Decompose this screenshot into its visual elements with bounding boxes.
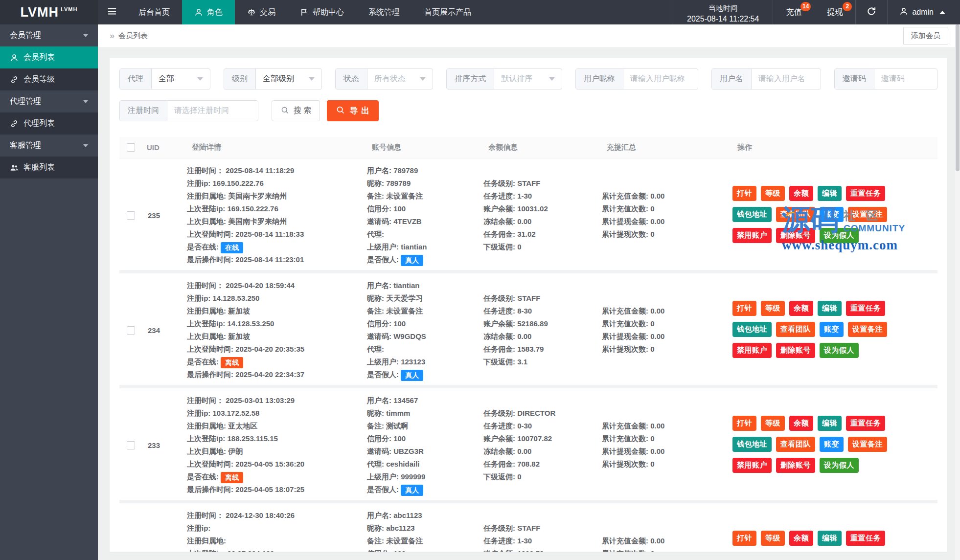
action-button[interactable]: 禁用账户	[732, 343, 772, 358]
action-button[interactable]: 编辑	[818, 416, 842, 431]
sidebar-group-member-management[interactable]: 会员管理	[0, 24, 98, 46]
action-button[interactable]: 设置备注	[848, 437, 887, 452]
action-button[interactable]: 删除账号	[776, 458, 815, 473]
action-button[interactable]: 查看团队	[776, 437, 815, 452]
action-button[interactable]: 钱包地址	[732, 207, 772, 222]
field-reg_ip: 注册ip: 103.172.52.58	[187, 407, 367, 420]
action-button[interactable]: 编辑	[818, 531, 842, 546]
nav-item-system[interactable]: 系统管理	[356, 0, 412, 24]
member-list-card: 代理全部级别全部级别状态所有状态排序方式默认排序用户昵称请输入用户昵称用户名请输…	[110, 58, 947, 552]
filter-level-select[interactable]: 全部级别	[256, 69, 321, 89]
nav-item-home-products[interactable]: 首页展示产品	[412, 0, 483, 24]
user-menu[interactable]: admin	[888, 0, 960, 24]
field-last_loc: 上次归属地: 美国南卡罗来纳州	[187, 215, 367, 228]
action-button[interactable]: 设置备注	[848, 322, 887, 337]
action-button[interactable]: 等级	[761, 186, 785, 201]
field-level: 任务级别: STAFF	[483, 177, 602, 190]
hamburger-icon	[107, 6, 117, 19]
select-all-checkbox[interactable]	[127, 143, 135, 152]
action-button[interactable]: 打针	[732, 416, 756, 431]
filter-agent-select[interactable]: 全部	[152, 69, 210, 89]
login-details: 注册时间： 2025-04-20 18:59:44注册ip: 14.128.53…	[187, 279, 367, 381]
filter-status: 状态所有状态	[335, 68, 434, 90]
action-button[interactable]: 编辑	[818, 301, 842, 316]
action-button[interactable]: 余额	[789, 301, 813, 316]
filter-invite-code-input[interactable]: 邀请码	[874, 69, 937, 89]
filter-agent: 代理全部	[119, 68, 210, 90]
filter-status-select[interactable]: 所有状态	[367, 69, 433, 89]
sidebar-item-member-level[interactable]: 会员等级	[0, 68, 98, 90]
sidebar-toggle-button[interactable]	[98, 0, 126, 24]
scrollbar[interactable]	[955, 24, 960, 560]
nav-item-trade[interactable]: 交易	[235, 0, 288, 24]
sidebar-item-support-list[interactable]: 客服列表	[0, 157, 98, 179]
sidebar-item-agent-list[interactable]: 代理列表	[0, 112, 98, 134]
sidebar-item-label: 会员等级	[23, 74, 55, 85]
field-reg_ip: 注册ip: 169.150.222.76	[187, 177, 367, 190]
nav-item-label: 交易	[260, 7, 275, 18]
nav-item-roles[interactable]: 角色	[182, 0, 235, 24]
filter-reg-time-label: 注册时间	[120, 101, 167, 121]
field-progress: 任务进度: 1-30	[483, 535, 602, 547]
action-button[interactable]: 打针	[732, 301, 756, 316]
withdraw-button[interactable]: 提现 2	[814, 0, 855, 24]
field-invite: 邀请码: W9GDQS	[367, 330, 483, 343]
action-button[interactable]: 禁用账户	[732, 458, 772, 473]
field-frozen: 冻结余额: 0.00	[483, 445, 602, 458]
action-button[interactable]: 等级	[761, 531, 785, 546]
action-button[interactable]: 重置任务	[846, 186, 885, 201]
filter-sort: 排序方式默认排序	[446, 68, 562, 90]
status-badge: 真人	[401, 485, 423, 496]
filter-status-label: 状态	[336, 69, 367, 89]
action-button[interactable]: 余额	[789, 531, 813, 546]
row-checkbox[interactable]	[127, 211, 135, 220]
filter-row-2: 注册时间 请选择注册时间 搜 索 导 出	[119, 100, 937, 121]
refresh-button[interactable]	[855, 0, 888, 24]
action-button[interactable]: 钱包地址	[732, 437, 772, 452]
action-button[interactable]: 禁用账户	[732, 228, 772, 243]
action-button[interactable]: 查看团队	[776, 322, 815, 337]
action-button[interactable]: 重置任务	[846, 301, 885, 316]
nav-item-help-center[interactable]: 帮助中心	[288, 0, 356, 24]
action-button[interactable]: 余额	[789, 416, 813, 431]
nav-item-dashboard[interactable]: 后台首页	[126, 0, 182, 24]
row-checkbox[interactable]	[127, 326, 135, 335]
filter-sort-label: 排序方式	[447, 69, 494, 89]
action-button[interactable]: 编辑	[818, 186, 842, 201]
sidebar-item-member-list[interactable]: 会员列表	[0, 46, 98, 68]
recharge-button[interactable]: 充值 14	[773, 0, 814, 24]
action-button[interactable]: 钱包地址	[732, 322, 772, 337]
filter-nickname-input[interactable]: 请输入用户昵称	[623, 69, 698, 89]
action-button[interactable]: 账变	[820, 322, 844, 337]
sidebar-group-agent-management[interactable]: 代理管理	[0, 90, 98, 112]
field-recharge_cnt: 累计充值次数: 0	[602, 202, 732, 215]
action-button[interactable]: 余额	[789, 186, 813, 201]
action-button[interactable]: 打针	[732, 186, 756, 201]
action-button[interactable]: 等级	[761, 416, 785, 431]
row-uid: 232	[142, 509, 187, 552]
field-username: 用户名: 789789	[367, 164, 483, 177]
chevron-up-icon	[939, 11, 945, 14]
field-last_time: 上次登陆时间: 2025-04-05 15:36:20	[187, 458, 367, 470]
sidebar-group-support-management[interactable]: 客服管理	[0, 134, 98, 157]
reg-time-input[interactable]: 请选择注册时间	[167, 101, 258, 121]
action-button[interactable]: 重置任务	[846, 416, 885, 431]
action-button[interactable]: 设为假人	[820, 458, 859, 473]
field-withdraw_amt: 累计提现金额: 0.00	[602, 445, 732, 458]
login-details: 注册时间： 2025-08-14 11:18:29注册ip: 169.150.2…	[187, 164, 367, 266]
filter-sort-select[interactable]: 默认排序	[494, 69, 561, 89]
scrollbar-thumb[interactable]	[956, 24, 960, 171]
action-button[interactable]: 设为假人	[820, 343, 859, 358]
action-button[interactable]: 重置任务	[846, 531, 885, 546]
search-button[interactable]: 搜 索	[272, 100, 320, 121]
action-button[interactable]: 账变	[820, 437, 844, 452]
action-button[interactable]: 等级	[761, 301, 785, 316]
action-button[interactable]: 删除账号	[776, 343, 815, 358]
add-member-button[interactable]: 添加会员	[903, 27, 948, 45]
filter-username-input[interactable]: 请输入用户名	[752, 69, 821, 89]
actions-row: 禁用账户删除账号设为假人	[732, 343, 859, 358]
export-button[interactable]: 导 出	[327, 100, 379, 121]
action-button[interactable]: 打针	[732, 531, 756, 546]
row-checkbox[interactable]	[127, 441, 135, 449]
field-reg_loc: 注册归属地: 亚太地区	[187, 420, 367, 432]
